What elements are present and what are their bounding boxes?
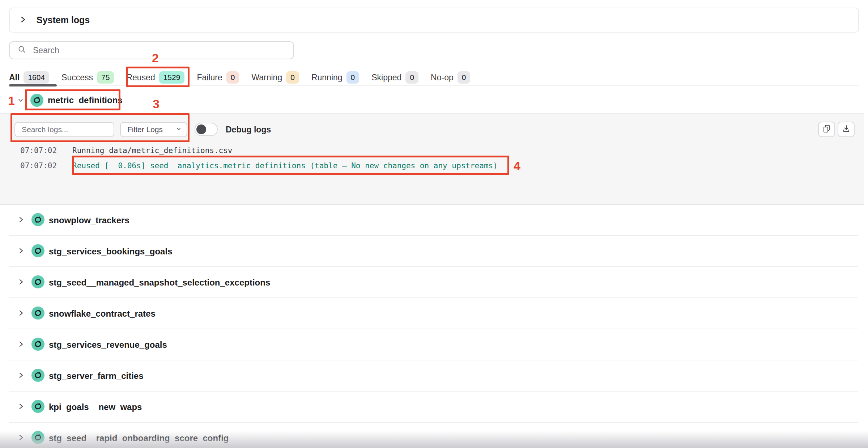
tab-label: Success bbox=[61, 73, 93, 83]
chevron-right-icon bbox=[18, 216, 24, 225]
tab-reused[interactable]: Reused 1529 bbox=[126, 71, 184, 84]
log-search[interactable] bbox=[14, 122, 114, 137]
log-message: Reused [ 0.06s] seed analytics.metric_de… bbox=[72, 158, 498, 173]
tab-label: All bbox=[9, 73, 20, 83]
reused-seed-icon bbox=[31, 275, 44, 290]
log-output: 07:07:02 Running data/metric_definitions… bbox=[20, 143, 498, 173]
tab-count-badge: 0 bbox=[286, 71, 299, 84]
tab-success[interactable]: Success 75 bbox=[61, 71, 114, 84]
reused-seed-icon bbox=[31, 244, 44, 259]
active-tab-indicator bbox=[9, 84, 57, 86]
collapsed-item-row[interactable]: stg_services_revenue_goals bbox=[0, 329, 868, 360]
chevron-right-icon bbox=[18, 372, 24, 380]
collapsed-item-row[interactable]: snowflake_contract_rates bbox=[0, 298, 868, 329]
reused-seed-icon bbox=[31, 213, 44, 228]
chevron-right-icon bbox=[18, 434, 24, 443]
chevron-right-icon bbox=[18, 247, 24, 256]
log-timestamp: 07:07:02 bbox=[20, 158, 72, 173]
filter-logs-label: Filter Logs bbox=[127, 125, 163, 134]
search-icon bbox=[18, 45, 26, 55]
item-list: snowplow_trackers stg_services_bookings_… bbox=[0, 205, 868, 448]
item-name: stg_server_farm_cities bbox=[49, 371, 144, 381]
download-icon bbox=[842, 124, 851, 135]
log-timestamp: 07:07:02 bbox=[20, 143, 72, 158]
tab-count-badge: 0 bbox=[346, 71, 359, 84]
debug-logs-toggle[interactable] bbox=[195, 123, 218, 136]
collapsed-item-row[interactable]: kpi_goals__new_waps bbox=[0, 392, 868, 423]
collapsed-item-row[interactable]: stg_seed__rapid_onboarding_score_config bbox=[0, 423, 868, 448]
reused-seed-icon bbox=[31, 400, 44, 414]
chevron-right-icon bbox=[18, 403, 24, 411]
tab-count-badge: 0 bbox=[405, 71, 418, 84]
collapsed-item-row[interactable]: stg_services_bookings_goals bbox=[0, 236, 868, 267]
tab-warning[interactable]: Warning 0 bbox=[251, 71, 299, 84]
tab-label: No-op bbox=[431, 73, 454, 83]
tab-all[interactable]: All 1604 bbox=[9, 71, 49, 84]
search-input[interactable] bbox=[32, 45, 251, 56]
collapsed-item-row[interactable]: stg_seed__managed_snapshot_selection_exc… bbox=[0, 267, 868, 298]
item-name: stg_seed__rapid_onboarding_score_config bbox=[49, 433, 229, 443]
window-top-border bbox=[0, 1, 868, 1]
toggle-knob bbox=[196, 124, 206, 134]
tab-failure[interactable]: Failure 0 bbox=[197, 71, 239, 84]
tab-count-badge: 0 bbox=[226, 71, 239, 84]
reused-seed-icon bbox=[31, 338, 44, 352]
debug-logs-label: Debug logs bbox=[226, 122, 271, 137]
reused-seed-icon bbox=[31, 431, 44, 445]
global-search[interactable] bbox=[9, 41, 294, 59]
tab-count-badge: 75 bbox=[97, 71, 114, 84]
reused-seed-icon bbox=[30, 94, 43, 108]
log-line: 07:07:02 Running data/metric_definitions… bbox=[20, 143, 498, 158]
item-name: snowflake_contract_rates bbox=[49, 309, 156, 319]
log-search-input[interactable] bbox=[21, 125, 106, 134]
page-title: System logs bbox=[37, 15, 90, 25]
tab-no-op[interactable]: No-op 0 bbox=[431, 71, 470, 84]
tab-skipped[interactable]: Skipped 0 bbox=[371, 71, 418, 84]
tab-label: Failure bbox=[197, 73, 222, 83]
chevron-down-icon bbox=[176, 126, 182, 133]
chevron-down-icon[interactable] bbox=[17, 97, 24, 105]
item-name: snowplow_trackers bbox=[49, 215, 129, 225]
tab-label: Reused bbox=[126, 73, 155, 83]
item-name: kpi_goals__new_waps bbox=[49, 402, 142, 412]
chevron-right-icon bbox=[18, 278, 24, 287]
download-logs-button[interactable] bbox=[838, 122, 855, 137]
copy-logs-button[interactable] bbox=[818, 122, 835, 137]
tab-running[interactable]: Running 0 bbox=[311, 71, 359, 84]
tab-label: Skipped bbox=[371, 73, 401, 83]
app-window: System logs All 1604 Success 75 Reused 1… bbox=[0, 0, 868, 448]
item-name: stg_services_revenue_goals bbox=[49, 340, 167, 350]
collapsed-item-row[interactable]: stg_server_farm_cities bbox=[0, 360, 868, 392]
collapsed-item-row[interactable]: snowplow_trackers bbox=[0, 205, 868, 236]
item-name: stg_seed__managed_snapshot_selection_exc… bbox=[49, 278, 270, 288]
tab-count-badge: 1529 bbox=[159, 71, 185, 84]
log-message: Running data/metric_definitions.csv bbox=[72, 143, 233, 158]
tab-label: Warning bbox=[251, 73, 282, 83]
tab-count-badge: 1604 bbox=[24, 71, 49, 84]
item-name: metric_definitions bbox=[48, 89, 123, 111]
logs-panel: Filter Logs Debug logs bbox=[0, 113, 864, 205]
expanded-item-row[interactable]: metric_definitions bbox=[0, 89, 868, 111]
copy-icon bbox=[822, 124, 831, 135]
status-tab-bar: All 1604 Success 75 Reused 1529 Failure … bbox=[9, 70, 470, 85]
system-logs-header[interactable]: System logs bbox=[9, 8, 859, 33]
filter-logs-dropdown[interactable]: Filter Logs bbox=[120, 122, 187, 137]
item-name: stg_services_bookings_goals bbox=[49, 246, 172, 257]
log-line: 07:07:02 Reused [ 0.06s] seed analytics.… bbox=[20, 158, 498, 173]
tab-bar-divider bbox=[9, 85, 859, 86]
chevron-right-icon[interactable] bbox=[20, 16, 26, 25]
chevron-right-icon bbox=[18, 341, 24, 349]
tab-count-badge: 0 bbox=[458, 71, 471, 84]
reused-seed-icon bbox=[31, 307, 44, 321]
reused-seed-icon bbox=[31, 369, 44, 383]
tab-label: Running bbox=[311, 73, 342, 83]
chevron-right-icon bbox=[18, 309, 24, 318]
